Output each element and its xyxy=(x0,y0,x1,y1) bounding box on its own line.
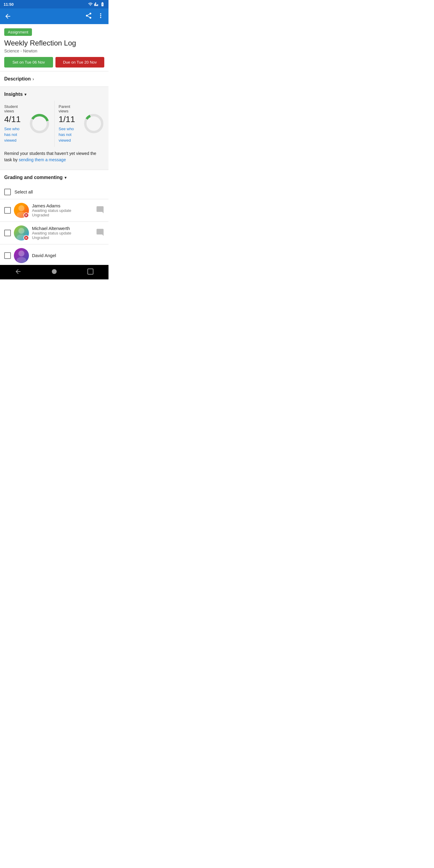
share-button[interactable] xyxy=(85,12,92,21)
student-views-label: Student views xyxy=(4,104,27,113)
comment-button-michael[interactable] xyxy=(96,228,104,238)
remind-text: Remind your students that haven't yet vi… xyxy=(0,147,108,165)
status-bar: 11:50 xyxy=(0,0,108,8)
student-status: Awaiting status update xyxy=(32,208,93,213)
parent-views-value: 1/11 xyxy=(59,115,81,124)
wifi-icon xyxy=(88,2,93,7)
student-info-james: James Adams Awaiting status update Ungra… xyxy=(32,203,93,217)
comment-icon xyxy=(96,228,104,237)
parent-views-donut xyxy=(83,113,104,134)
student-checkbox-james[interactable] xyxy=(4,207,11,214)
table-row: David Angel xyxy=(0,244,108,265)
nav-home-icon xyxy=(51,268,58,275)
assignment-title: Weekly Reflection Log xyxy=(4,39,104,47)
student-name: Michael Altenwerth xyxy=(32,226,93,231)
battery-icon xyxy=(100,2,105,7)
status-dot-red-michael xyxy=(24,235,29,241)
app-bar-actions xyxy=(85,12,104,21)
share-icon xyxy=(85,12,92,19)
student-views-inner: Student views 4/11 See who has not viewe… xyxy=(4,104,50,143)
status-icons xyxy=(88,2,105,7)
back-arrow-icon xyxy=(4,13,11,20)
back-button[interactable] xyxy=(4,13,11,20)
student-checkbox-michael[interactable] xyxy=(4,230,11,236)
nav-bar xyxy=(0,265,108,279)
svg-point-7 xyxy=(19,228,24,234)
grading-header[interactable]: Grading and commenting ▾ xyxy=(0,170,108,185)
student-name: David Angel xyxy=(32,253,104,258)
select-all-label: Select all xyxy=(14,189,33,194)
svg-point-10 xyxy=(17,257,26,263)
nav-recent-button[interactable] xyxy=(87,268,94,276)
nav-back-button[interactable] xyxy=(14,268,22,276)
student-name: James Adams xyxy=(32,203,93,208)
parent-views-link[interactable]: See who has not viewed xyxy=(59,127,74,143)
avatar-david-wrap xyxy=(14,248,29,263)
student-views-card: Student views 4/11 See who has not viewe… xyxy=(0,101,55,147)
table-row: James Adams Awaiting status update Ungra… xyxy=(0,199,108,222)
comment-icon xyxy=(96,206,104,214)
avatar-placeholder-icon xyxy=(14,248,29,263)
assignment-badge: Assignment xyxy=(4,28,32,36)
nav-back-icon xyxy=(14,268,22,275)
parent-views-text: Parent views 1/11 See who has not viewed xyxy=(59,104,81,143)
insights-header[interactable]: Insights ▾ xyxy=(0,87,108,101)
x-icon xyxy=(25,214,28,217)
insights-cards: Student views 4/11 See who has not viewe… xyxy=(0,101,108,147)
avatar-michael-wrap xyxy=(14,225,29,241)
svg-point-5 xyxy=(19,205,24,211)
more-button[interactable] xyxy=(97,12,104,21)
avatar-james-wrap xyxy=(14,203,29,218)
student-views-link[interactable]: See who has not viewed xyxy=(4,127,20,143)
svg-point-9 xyxy=(19,250,24,256)
avatar xyxy=(14,248,29,263)
description-section[interactable]: Description › xyxy=(0,71,108,87)
grading-chevron-icon: ▾ xyxy=(64,175,67,180)
parent-views-label: Parent views xyxy=(59,104,81,113)
select-all-checkbox[interactable] xyxy=(4,189,11,195)
status-dot-red xyxy=(24,213,29,218)
student-info-michael: Michael Altenwerth Awaiting status updat… xyxy=(32,226,93,240)
svg-rect-12 xyxy=(88,269,93,274)
student-status: Awaiting status update xyxy=(32,231,93,236)
due-date-button[interactable]: Due on Tue 20 Nov xyxy=(56,57,104,67)
insights-title: Insights xyxy=(4,92,23,97)
grading-title: Grading and commenting xyxy=(4,175,63,180)
student-checkbox-david[interactable] xyxy=(4,252,11,259)
main-content: Assignment Weekly Reflection Log Science… xyxy=(0,24,108,265)
svg-point-11 xyxy=(52,269,57,274)
student-views-donut xyxy=(29,113,50,134)
signal-icon xyxy=(94,2,99,7)
assignment-class: Science - Newton xyxy=(4,49,104,53)
student-views-text: Student views 4/11 See who has not viewe… xyxy=(4,104,27,143)
insights-section: Insights ▾ Student views 4/11 See who ha… xyxy=(0,87,108,170)
student-grade: Ungraded xyxy=(32,236,93,240)
description-title: Description xyxy=(4,76,31,82)
parent-views-inner: Parent views 1/11 See who has not viewed xyxy=(59,104,104,143)
nav-recent-icon xyxy=(87,268,94,275)
insights-chevron-icon: ▾ xyxy=(24,92,27,97)
table-row: Michael Altenwerth Awaiting status updat… xyxy=(0,222,108,244)
comment-button-james[interactable] xyxy=(96,206,104,215)
set-date-button[interactable]: Set on Tue 06 Nov xyxy=(4,57,53,67)
remind-link[interactable]: sending them a message xyxy=(19,157,66,162)
nav-home-button[interactable] xyxy=(51,268,58,276)
select-all-row[interactable]: Select all xyxy=(0,185,108,199)
student-info-david: David Angel xyxy=(32,253,104,258)
more-vert-icon xyxy=(97,12,104,19)
assignment-header: Assignment Weekly Reflection Log Science… xyxy=(0,24,108,71)
student-list: James Adams Awaiting status update Ungra… xyxy=(0,199,108,265)
status-time: 11:50 xyxy=(4,2,13,7)
date-buttons: Set on Tue 06 Nov Due on Tue 20 Nov xyxy=(4,57,104,67)
description-chevron-icon: › xyxy=(33,76,34,82)
app-bar xyxy=(0,8,108,24)
student-views-value: 4/11 xyxy=(4,115,27,124)
parent-views-card: Parent views 1/11 See who has not viewed xyxy=(55,101,109,147)
student-grade: Ungraded xyxy=(32,213,93,217)
x-icon xyxy=(25,236,28,239)
